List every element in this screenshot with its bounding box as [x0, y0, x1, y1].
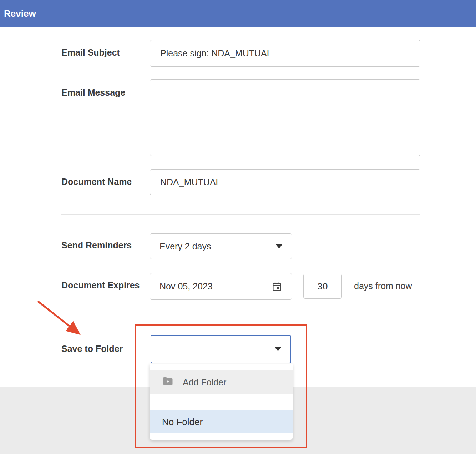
annotation-arrow: [33, 298, 90, 340]
expires-days-input[interactable]: [303, 274, 342, 299]
calendar-icon[interactable]: [272, 281, 282, 292]
folder-dropdown-menu: Add Folder No Folder: [150, 364, 293, 440]
send-reminders-value: Every 2 days: [159, 241, 211, 252]
dropdown-item-label: No Folder: [162, 417, 203, 428]
save-to-folder-select[interactable]: [151, 335, 291, 363]
folder-plus-icon: [163, 377, 173, 388]
page-title: Review: [4, 8, 36, 19]
header-bar: Review: [0, 0, 476, 27]
document-expires-date-value: Nov 05, 2023: [159, 281, 213, 292]
dropdown-divider: [150, 400, 293, 400]
email-subject-input[interactable]: [150, 40, 420, 67]
review-screen: Review Email Subject Email Message Docum…: [0, 0, 476, 454]
document-expires-date-input[interactable]: Nov 05, 2023: [150, 273, 292, 300]
chevron-down-icon: [275, 347, 281, 351]
dropdown-item-add-folder[interactable]: Add Folder: [150, 370, 293, 394]
save-to-folder-label: Save to Folder: [61, 344, 123, 354]
dropdown-item-label: Add Folder: [183, 377, 226, 388]
document-name-label: Document Name: [61, 177, 132, 187]
section-divider: [61, 214, 420, 215]
email-message-textarea[interactable]: [150, 79, 420, 156]
send-reminders-select[interactable]: Every 2 days: [150, 233, 292, 259]
section-divider: [61, 317, 420, 317]
document-name-input[interactable]: [150, 169, 420, 195]
document-expires-label: Document Expires: [61, 280, 140, 291]
email-subject-label: Email Subject: [61, 47, 120, 58]
days-from-now-text: days from now: [354, 281, 412, 291]
chevron-down-icon: [276, 244, 282, 248]
email-message-label: Email Message: [61, 87, 125, 98]
dropdown-item-no-folder[interactable]: No Folder: [150, 410, 293, 433]
send-reminders-label: Send Reminders: [61, 240, 132, 251]
